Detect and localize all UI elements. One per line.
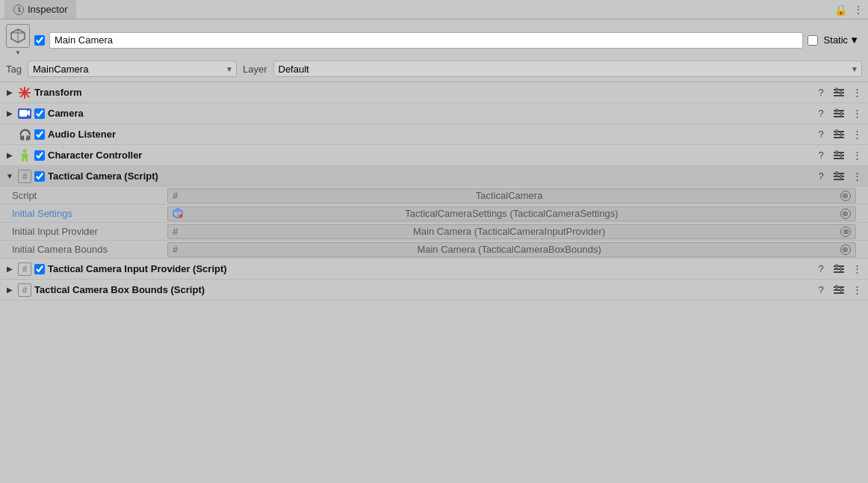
- tag-select[interactable]: MainCamera: [28, 61, 237, 77]
- component-row-character-controller: ▶ Character Controller ? ⋮: [0, 145, 868, 166]
- initial-input-provider-value: # Main Camera (TacticalCameraInputProvid…: [167, 224, 856, 239]
- tactical-camera-input-provider-menu-btn[interactable]: ⋮: [850, 262, 864, 276]
- tactical-camera-input-provider-help-btn[interactable]: ?: [814, 262, 828, 276]
- svg-rect-46: [840, 268, 842, 271]
- svg-point-24: [23, 149, 27, 153]
- tactical-camera-box-bounds-settings-btn[interactable]: [832, 283, 846, 297]
- tactical-camera-input-provider-settings-btn[interactable]: [832, 262, 846, 276]
- object-name-input[interactable]: [49, 32, 803, 49]
- script-field-row: Script # TacticalCamera ◎: [0, 187, 868, 205]
- audio-listener-enabled-checkbox[interactable]: [34, 129, 45, 140]
- svg-rect-17: [836, 109, 837, 112]
- initial-input-provider-value-text: Main Camera (TacticalCameraInputProvider…: [413, 226, 605, 237]
- svg-rect-30: [834, 158, 844, 159]
- svg-rect-22: [836, 130, 837, 133]
- layer-select-wrapper: Default ▼: [273, 61, 863, 77]
- tactical-camera-script-expand-arrow[interactable]: ▼: [4, 172, 15, 180]
- camera-expand-arrow[interactable]: ▶: [4, 109, 15, 117]
- svg-rect-10: [836, 88, 837, 91]
- audio-listener-menu-btn[interactable]: ⋮: [850, 128, 864, 141]
- initial-camera-bounds-value: # Main Camera (TacticalCameraBoxBounds) …: [167, 242, 856, 257]
- script-field-value: # TacticalCamera ◎: [167, 188, 856, 203]
- initial-input-provider-circle-btn[interactable]: ◎: [840, 227, 851, 237]
- camera-name: Camera: [48, 108, 811, 119]
- component-row-transform: ▶ Transform ? ⋮: [0, 82, 868, 103]
- cube-svg: [10, 28, 26, 44]
- static-dropdown-button[interactable]: Static ▼: [821, 33, 862, 47]
- initial-camera-bounds-label: Initial Camera Bounds: [12, 244, 161, 255]
- character-controller-expand-arrow[interactable]: ▶: [4, 151, 15, 159]
- svg-rect-43: [834, 268, 844, 270]
- inspector-tab[interactable]: ℹ Inspector: [4, 0, 76, 19]
- cube-icon: [6, 24, 30, 48]
- tactical-camera-script-name: Tactical Camera (Script): [48, 170, 811, 182]
- svg-rect-14: [834, 110, 844, 111]
- svg-rect-7: [834, 89, 844, 90]
- transform-expand-arrow[interactable]: ▶: [4, 88, 15, 96]
- tactical-camera-input-provider-expand-arrow[interactable]: ▶: [4, 265, 15, 273]
- tactical-camera-box-bounds-actions: ? ⋮: [814, 283, 864, 297]
- component-row-audio-listener: ▶ 🎧 Audio Listener ? ⋮: [0, 124, 868, 145]
- svg-rect-49: [834, 292, 844, 294]
- transform-help-btn[interactable]: ?: [814, 86, 828, 99]
- svg-rect-45: [836, 265, 837, 268]
- script-value-hash: #: [173, 190, 178, 201]
- camera-help-btn[interactable]: ?: [814, 107, 828, 120]
- initial-camera-bounds-field-row: Initial Camera Bounds # Main Camera (Tac…: [0, 241, 868, 259]
- script-field-label: Script: [12, 190, 161, 201]
- tactical-camera-box-bounds-icon: #: [18, 283, 31, 297]
- svg-rect-16: [834, 116, 844, 117]
- camera-menu-btn[interactable]: ⋮: [850, 107, 864, 120]
- static-label: Static: [824, 34, 849, 46]
- character-controller-menu-btn[interactable]: ⋮: [850, 149, 864, 162]
- lock-icon[interactable]: 🔒: [834, 4, 847, 16]
- object-icon-wrapper[interactable]: ▼: [6, 24, 30, 56]
- initial-settings-label[interactable]: Initial Settings: [12, 208, 161, 219]
- tactical-camera-input-provider-icon: #: [18, 262, 31, 276]
- cube-dropdown-arrow[interactable]: ▼: [15, 49, 21, 56]
- tag-label: Tag: [6, 64, 22, 75]
- character-controller-name: Character Controller: [48, 150, 811, 161]
- object-enabled-checkbox[interactable]: [34, 35, 45, 46]
- svg-rect-42: [834, 265, 844, 267]
- layer-label: Layer: [243, 64, 267, 75]
- audio-listener-settings-btn[interactable]: [832, 128, 846, 141]
- svg-rect-27: [25, 158, 28, 161]
- script-field-circle-btn[interactable]: ◎: [840, 191, 851, 201]
- svg-rect-31: [836, 151, 837, 154]
- info-icon: ℹ: [13, 4, 24, 15]
- tactical-camera-script-help-btn[interactable]: ?: [814, 170, 828, 183]
- svg-rect-44: [834, 271, 844, 273]
- transform-settings-btn[interactable]: [832, 86, 846, 99]
- camera-settings-btn[interactable]: [832, 107, 846, 120]
- svg-rect-26: [22, 158, 24, 161]
- tactical-camera-script-menu-btn[interactable]: ⋮: [850, 170, 864, 183]
- initial-input-provider-field-row: Initial Input Provider # Main Camera (Ta…: [0, 223, 868, 241]
- character-controller-enabled-checkbox[interactable]: [34, 150, 45, 161]
- title-menu-icon[interactable]: ⋮: [853, 4, 864, 16]
- tactical-camera-input-provider-enabled-checkbox[interactable]: [34, 264, 45, 274]
- layer-select[interactable]: Default: [273, 61, 863, 77]
- tactical-camera-box-bounds-expand-arrow[interactable]: ▶: [4, 286, 15, 294]
- initial-camera-bounds-value-text: Main Camera (TacticalCameraBoxBounds): [417, 244, 601, 255]
- initial-settings-circle-btn[interactable]: ◎: [840, 209, 851, 219]
- object-header: ▼ Static ▼ Tag MainCamera ▼ Layer: [0, 19, 868, 82]
- tactical-camera-box-bounds-help-btn[interactable]: ?: [814, 283, 828, 297]
- tactical-camera-script-enabled-checkbox[interactable]: [34, 171, 45, 182]
- svg-rect-8: [834, 92, 844, 93]
- tag-select-wrapper: MainCamera ▼: [28, 61, 237, 77]
- tactical-camera-script-settings-btn[interactable]: [832, 170, 846, 183]
- initial-camera-bounds-circle-btn[interactable]: ◎: [840, 244, 851, 255]
- static-checkbox[interactable]: [807, 35, 818, 46]
- character-controller-help-btn[interactable]: ?: [814, 149, 828, 162]
- svg-rect-48: [834, 289, 844, 291]
- svg-rect-21: [834, 137, 844, 138]
- svg-rect-29: [834, 155, 844, 156]
- tactical-camera-box-bounds-menu-btn[interactable]: ⋮: [850, 283, 864, 297]
- transform-menu-btn[interactable]: ⋮: [850, 86, 864, 99]
- title-bar-actions: 🔒 ⋮: [834, 4, 864, 16]
- svg-rect-35: [834, 179, 844, 180]
- camera-enabled-checkbox[interactable]: [34, 108, 45, 119]
- character-controller-settings-btn[interactable]: [832, 149, 846, 162]
- audio-listener-help-btn[interactable]: ?: [814, 128, 828, 141]
